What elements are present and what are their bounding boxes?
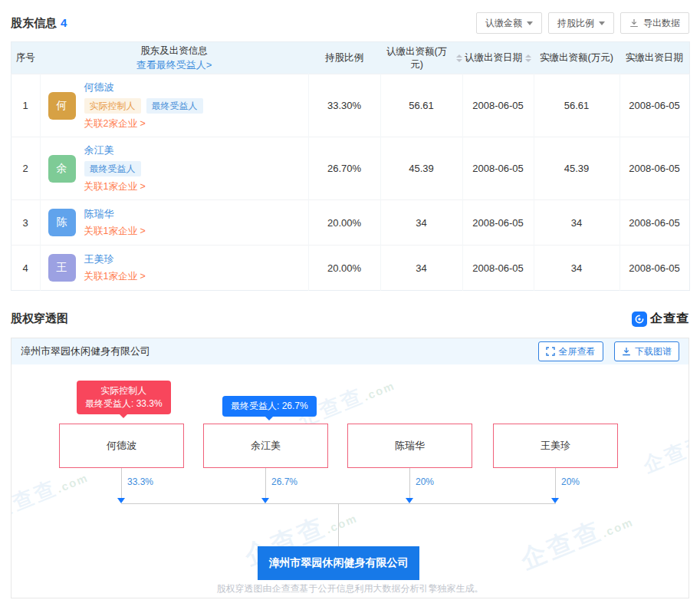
chart-toolbar-buttons: 全屏查看 下载图谱: [531, 341, 679, 361]
beneficiary-tag: 最终受益人: [84, 161, 141, 176]
row-index: 4: [11, 246, 40, 291]
chart-company-name: 漳州市翠园休闲健身有限公司: [21, 345, 150, 358]
connector-line: [555, 468, 556, 498]
avatar: 王: [48, 254, 76, 282]
fullscreen-icon: [546, 347, 555, 356]
watermark: 企查查.com: [11, 461, 92, 525]
shareholder-cell: 余 余江美 最终受益人 关联1家企业 >: [40, 137, 308, 200]
download-chart-button[interactable]: 下载图谱: [614, 341, 679, 361]
badge-line-2: 最终受益人: 33.3%: [85, 397, 163, 410]
diagram-node-company[interactable]: 漳州市翠园休闲健身有限公司: [258, 546, 419, 580]
row-index: 1: [11, 74, 40, 137]
qichacha-logo: 企查查: [632, 311, 689, 327]
subscribed-amount-dropdown-label: 认缴金额: [485, 17, 522, 30]
watermark: 企查查.com: [639, 415, 689, 479]
shareholders-title: 股东信息4: [11, 16, 67, 31]
shareholder-name-link[interactable]: 王美珍: [84, 252, 114, 266]
row-index: 2: [11, 137, 40, 200]
watermark: 企查查.com: [515, 501, 638, 578]
fullscreen-label: 全屏查看: [559, 345, 596, 358]
shareholder-name-link[interactable]: 何德波: [84, 81, 114, 94]
paid-amount-cell: 34: [534, 200, 619, 246]
export-data-button[interactable]: 导出数据: [620, 12, 689, 34]
connector-line: [121, 468, 122, 498]
badge-line-1: 实际控制人: [85, 384, 163, 397]
table-row: 4 王 王美珍 关联1家企业 > 20.00% 34 2008-06-05 34…: [11, 246, 689, 291]
diagram-node-shareholder[interactable]: 陈瑞华: [347, 424, 472, 468]
shareholder-count: 4: [61, 16, 67, 29]
table-header-row: 序号 股东及出资信息 查看最终受益人> 持股比例 认缴出资额(万元) 认缴出资日…: [11, 42, 689, 74]
avatar: 余: [48, 155, 76, 183]
header-index: 序号: [11, 42, 40, 74]
equity-header: 股权穿透图 企查查: [0, 291, 700, 333]
paid-amount-cell: 45.39: [534, 137, 619, 200]
diagram-node-shareholder[interactable]: 何德波: [59, 424, 184, 468]
equity-chart-card: 漳州市翠园休闲健身有限公司 全屏查看 下载图谱 企查查.com 企查查.com …: [11, 338, 689, 598]
beneficiary-badge: 最终受益人: 26.7%: [222, 396, 317, 417]
paid-amount-cell: 34: [534, 246, 619, 291]
badge-line-1: 最终受益人: 26.7%: [231, 400, 308, 413]
related-companies-link[interactable]: 关联1家企业 >: [84, 180, 146, 193]
ratio-cell: 33.30%: [308, 74, 380, 137]
table-row: 2 余 余江美 最终受益人 关联1家企业 > 26.70% 45.39 2008…: [11, 137, 689, 200]
header-subscribed-amount: 认缴出资额(万元): [380, 42, 462, 74]
shareholding-ratio-dropdown[interactable]: 持股比例: [548, 12, 614, 34]
fullscreen-button[interactable]: 全屏查看: [538, 341, 603, 361]
shareholders-table: 序号 股东及出资信息 查看最终受益人> 持股比例 认缴出资额(万元) 认缴出资日…: [11, 41, 690, 291]
connector-line: [265, 468, 266, 498]
avatar: 陈: [48, 209, 76, 236]
diagram-node-shareholder[interactable]: 余江美: [203, 424, 328, 468]
paid-amount-cell: 56.61: [534, 74, 619, 137]
shareholders-header: 股东信息4 认缴金额 持股比例 导出数据: [0, 0, 700, 41]
related-companies-link[interactable]: 关联1家企业 >: [84, 225, 146, 238]
download-chart-label: 下载图谱: [635, 345, 672, 358]
equity-diagram: 企查查.com 企查查.com 企查查.com 企查查.com 企查查.com …: [12, 364, 688, 598]
paid-date-cell: 2008-06-05: [619, 137, 689, 200]
header-shareholder: 股东及出资信息 查看最终受益人>: [40, 42, 308, 74]
actual-controller-badge: 实际控制人 最终受益人: 33.3%: [77, 381, 171, 414]
sort-icon[interactable]: [525, 54, 531, 62]
shareholding-ratio-dropdown-label: 持股比例: [557, 17, 594, 30]
row-index: 3: [11, 200, 40, 246]
header-subscribed-amount-label: 认缴出资额(万元): [380, 45, 453, 71]
shareholder-name-link[interactable]: 余江美: [84, 143, 114, 157]
paid-date-cell: 2008-06-05: [619, 246, 689, 291]
qichacha-logo-icon: [632, 312, 647, 327]
shareholder-name-link[interactable]: 陈瑞华: [84, 207, 114, 221]
header-paid-date: 实缴出资日期: [619, 42, 689, 74]
connector-line: [338, 503, 339, 546]
table-actions: 认缴金额 持股比例 导出数据: [470, 12, 689, 34]
paid-date-cell: 2008-06-05: [619, 74, 689, 137]
subscribed-date-cell: 2008-06-05: [462, 74, 534, 137]
arrow-down-icon: [551, 498, 559, 503]
ownership-percent: 26.7%: [271, 476, 297, 487]
caret-down-icon: [599, 21, 605, 25]
related-companies-link[interactable]: 关联2家企业 >: [84, 117, 146, 130]
caret-down-icon: [527, 21, 533, 25]
ownership-percent: 33.3%: [127, 476, 153, 487]
export-data-label: 导出数据: [643, 17, 680, 30]
subscribed-date-cell: 2008-06-05: [462, 246, 534, 291]
header-ratio: 持股比例: [308, 42, 380, 74]
view-beneficiary-link[interactable]: 查看最终受益人>: [40, 58, 308, 72]
beneficiary-tag: 最终受益人: [146, 98, 203, 114]
qichacha-logo-text: 企查查: [650, 311, 689, 327]
header-subscribed-date: 认缴出资日期: [462, 42, 534, 74]
header-paid-amount: 实缴出资额(万元): [534, 42, 619, 74]
download-icon: [622, 347, 631, 356]
sort-icon[interactable]: [456, 54, 462, 62]
diagram-footnote: 股权穿透图由企查查基于公开信息利用大数据分析引擎独家生成。: [12, 582, 688, 595]
related-companies-link[interactable]: 关联1家企业 >: [84, 270, 146, 283]
subscribed-date-cell: 2008-06-05: [462, 137, 534, 200]
arrow-down-icon: [117, 498, 125, 503]
avatar: 何: [48, 92, 76, 120]
subscribed-amount-cell: 56.61: [380, 74, 462, 137]
diagram-node-shareholder[interactable]: 王美珍: [493, 424, 618, 468]
header-subscribed-date-label: 认缴出资日期: [465, 51, 522, 64]
ownership-percent: 20%: [416, 476, 434, 487]
arrow-down-icon: [261, 498, 269, 503]
table-row: 3 陈 陈瑞华 关联1家企业 > 20.00% 34 2008-06-05 34…: [11, 200, 689, 246]
subscribed-amount-dropdown[interactable]: 认缴金额: [476, 12, 542, 34]
subscribed-amount-cell: 45.39: [380, 137, 462, 200]
chart-toolbar: 漳州市翠园休闲健身有限公司 全屏查看 下载图谱: [12, 338, 688, 364]
